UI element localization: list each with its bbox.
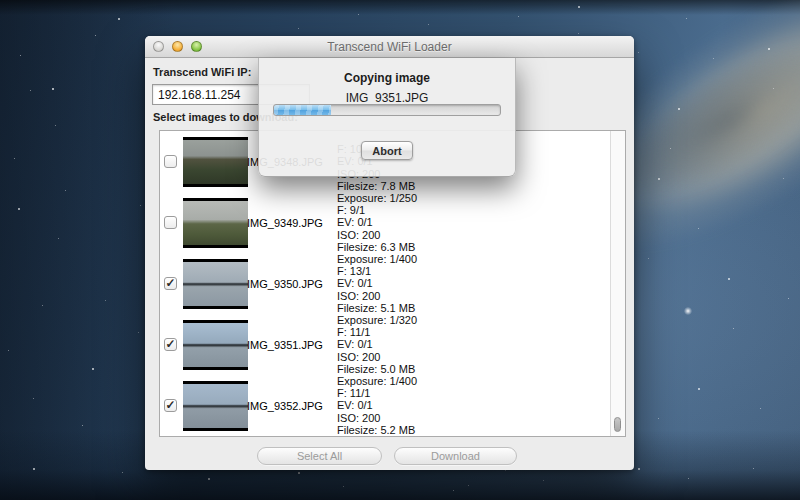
thumbnail-picture	[183, 262, 248, 306]
exif-line: EV: 0/1	[337, 216, 417, 228]
image-thumbnail	[183, 381, 248, 431]
download-button[interactable]: Download	[394, 447, 517, 465]
window-title: Transcend WiFi Loader	[145, 40, 634, 54]
exif-line: ISO: 200	[337, 351, 417, 363]
abort-button[interactable]: Abort	[361, 141, 413, 160]
exif-line: Exposure: 1/400	[337, 252, 417, 264]
image-filename: IMG_9349.JPG	[247, 217, 335, 229]
titlebar: Transcend WiFi Loader	[145, 36, 634, 58]
sheet-title: Copying image	[259, 71, 515, 85]
image-checkbox[interactable]	[164, 277, 177, 290]
thumbnail-picture	[183, 201, 248, 245]
thumbnail-picture	[183, 384, 248, 428]
app-window: Transcend WiFi Loader Transcend WiFi IP:…	[145, 36, 634, 470]
exif-line: F: 13/1	[337, 265, 417, 277]
exif-line: F: 9/1	[337, 204, 417, 216]
image-checkbox[interactable]	[164, 338, 177, 351]
image-filename: IMG_9351.JPG	[247, 339, 335, 351]
sheet-filename: IMG_9351.JPG	[259, 91, 515, 105]
exif-line: F: 11/1	[337, 326, 417, 338]
desktop-wallpaper: Transcend WiFi Loader Transcend WiFi IP:…	[0, 0, 800, 500]
exif-line: ISO: 200	[337, 412, 417, 424]
image-checkbox[interactable]	[164, 399, 177, 412]
image-exif: Exposure: 1/400F: 13/1EV: 0/1ISO: 200Fil…	[337, 252, 417, 314]
scrollbar-thumb[interactable]	[614, 417, 621, 432]
exif-line: Filesize: 5.2 MB	[337, 424, 417, 436]
copying-sheet: Copying image IMG_9351.JPG Abort	[258, 58, 516, 177]
exif-line: ISO: 200	[337, 290, 417, 302]
image-thumbnail	[183, 320, 248, 370]
progress-fill	[274, 105, 331, 115]
exif-line: ISO: 200	[337, 229, 417, 241]
scrollbar-track[interactable]	[610, 131, 625, 436]
thumbnail-picture	[183, 140, 248, 184]
bright-star-icon	[684, 307, 692, 315]
image-filename: IMG_9350.JPG	[247, 278, 335, 290]
exif-line: Exposure: 1/400	[337, 374, 417, 386]
image-thumbnail	[183, 259, 248, 309]
exif-line: EV: 0/1	[337, 277, 417, 289]
image-thumbnail	[183, 198, 248, 248]
progress-bar	[273, 104, 501, 116]
image-exif: Exposure: 1/250F: 9/1EV: 0/1ISO: 200File…	[337, 191, 417, 253]
image-filename: IMG_9352.JPG	[247, 400, 335, 412]
exif-line: Exposure: 1/320	[337, 313, 417, 325]
image-row: IMG_9350.JPG Exposure: 1/400F: 13/1EV: 0…	[160, 253, 610, 314]
select-all-button[interactable]: Select All	[257, 447, 382, 465]
image-checkbox[interactable]	[164, 155, 177, 168]
exif-line: EV: 0/1	[337, 338, 417, 350]
image-row: IMG_9351.JPG Exposure: 1/320F: 11/1EV: 0…	[160, 314, 610, 375]
thumbnail-picture	[183, 323, 248, 367]
image-thumbnail	[183, 137, 248, 187]
exif-line: Exposure: 1/250	[337, 191, 417, 203]
image-exif: Exposure: 1/320F: 11/1EV: 0/1ISO: 200Fil…	[337, 313, 417, 375]
exif-line: F: 11/1	[337, 387, 417, 399]
wifi-ip-label: Transcend WiFi IP:	[153, 66, 251, 78]
image-row: IMG_9352.JPG Exposure: 1/400F: 11/1EV: 0…	[160, 375, 610, 436]
image-row: IMG_9349.JPG Exposure: 1/250F: 9/1EV: 0/…	[160, 192, 610, 253]
exif-line: EV: 0/1	[337, 399, 417, 411]
image-exif: Exposure: 1/400F: 11/1EV: 0/1ISO: 200Fil…	[337, 374, 417, 436]
image-checkbox[interactable]	[164, 216, 177, 229]
stars-layer-bright	[0, 0, 2, 2]
